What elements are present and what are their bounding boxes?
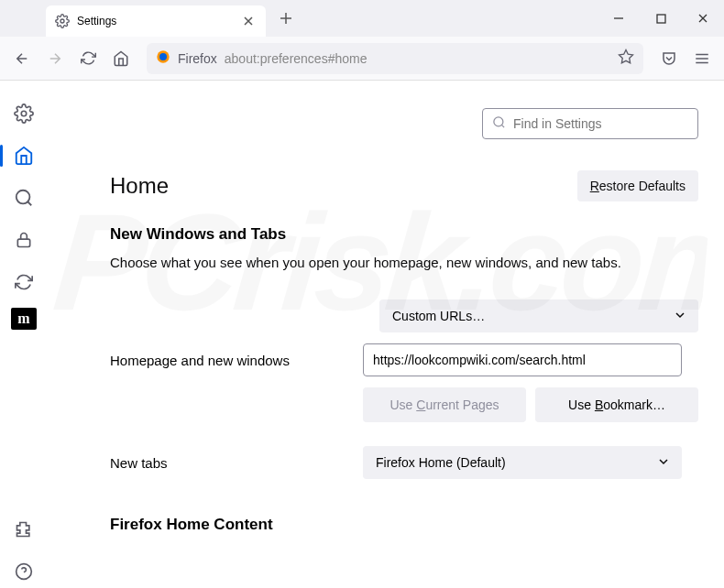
svg-rect-11: [17, 239, 29, 246]
search-icon: [492, 115, 506, 133]
svg-point-0: [60, 19, 64, 23]
settings-main: Home Restore Defaults New Windows and Ta…: [48, 81, 724, 588]
sidebar-help[interactable]: [7, 555, 40, 588]
reload-button[interactable]: [73, 44, 103, 73]
url-brand: Firefox: [178, 51, 217, 66]
close-window-button[interactable]: [682, 0, 724, 37]
sidebar-extensions[interactable]: [7, 513, 40, 546]
sidebar-home[interactable]: [7, 139, 40, 172]
svg-marker-4: [620, 49, 633, 62]
svg-point-8: [21, 111, 27, 116]
tab-label: Settings: [77, 15, 233, 27]
gear-icon: [55, 14, 70, 28]
svg-point-9: [16, 191, 30, 204]
maximize-button[interactable]: [640, 0, 682, 37]
browser-toolbar: Firefox about:preferences#home: [0, 37, 724, 81]
settings-search-box[interactable]: [482, 108, 698, 139]
pocket-button[interactable]: [654, 44, 684, 73]
settings-sidebar: m: [0, 81, 48, 588]
sidebar-mozilla[interactable]: m: [11, 308, 37, 330]
newtabs-label: New tabs: [110, 455, 363, 471]
svg-rect-1: [657, 15, 665, 23]
section-new-windows-title: New Windows and Tabs: [110, 225, 698, 244]
svg-point-14: [494, 116, 503, 125]
browser-tab[interactable]: Settings: [46, 5, 266, 37]
close-icon[interactable]: [240, 13, 257, 29]
new-tab-button[interactable]: [273, 5, 299, 31]
use-current-pages-button[interactable]: Use Current Pages: [363, 387, 526, 422]
chevron-down-icon: [675, 309, 686, 323]
settings-search-input[interactable]: [513, 116, 688, 131]
bookmark-star-icon[interactable]: [618, 49, 634, 69]
use-bookmark-button[interactable]: Use Bookmark…: [535, 387, 698, 422]
svg-line-10: [27, 201, 31, 205]
forward-button[interactable]: [40, 44, 70, 73]
homepage-label: Homepage and new windows: [110, 353, 363, 368]
page-title: Home: [110, 173, 169, 199]
home-button[interactable]: [106, 44, 136, 73]
section-firefox-home-title: Firefox Home Content: [110, 516, 698, 534]
homepage-url-input[interactable]: [363, 343, 682, 376]
chevron-down-icon: [658, 455, 669, 470]
address-bar[interactable]: Firefox about:preferences#home: [147, 43, 643, 74]
titlebar: Settings: [0, 0, 724, 37]
homepage-mode-value: Custom URLs…: [392, 309, 485, 323]
restore-defaults-button[interactable]: Restore Defaults: [577, 170, 698, 201]
sidebar-privacy[interactable]: [7, 223, 40, 256]
section-new-windows-desc: Choose what you see when you open your h…: [110, 253, 698, 272]
newtabs-value: Firefox Home (Default): [376, 455, 506, 470]
menu-button[interactable]: [687, 44, 717, 73]
svg-line-15: [501, 125, 504, 127]
sidebar-search[interactable]: [7, 181, 40, 214]
url-text: about:preferences#home: [225, 51, 367, 66]
minimize-button[interactable]: [598, 0, 640, 37]
svg-point-3: [159, 53, 167, 60]
sidebar-sync[interactable]: [7, 266, 40, 299]
newtabs-select[interactable]: Firefox Home (Default): [363, 446, 682, 479]
sidebar-general[interactable]: [7, 97, 40, 130]
homepage-mode-select[interactable]: Custom URLs…: [379, 299, 698, 332]
firefox-logo-icon: [156, 49, 170, 68]
back-button[interactable]: [7, 44, 37, 73]
